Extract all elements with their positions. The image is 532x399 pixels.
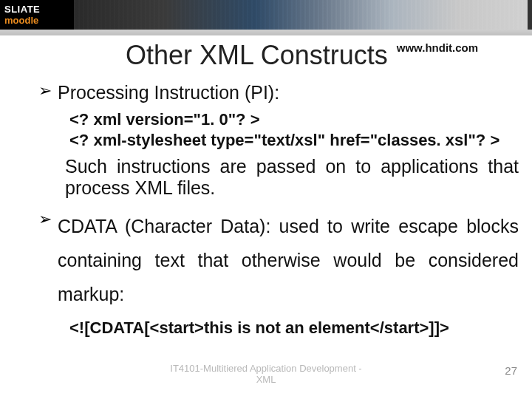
pi-code-line1: <? xml version="1. 0"? > (69, 109, 519, 130)
title-row: Other XML Constructs www.hndit.com (0, 35, 532, 75)
slide-title: Other XML Constructs (0, 40, 388, 71)
pi-description: Such instructions are passed on to appli… (65, 156, 519, 199)
content: ➢ Processing Instruction (PI): <? xml ve… (38, 81, 519, 338)
bullet-arrow-icon: ➢ (38, 81, 52, 100)
logo-line1: SLIATE (4, 4, 74, 14)
banner-rule (0, 30, 532, 35)
banner-strip (74, 0, 528, 30)
banner: SLIATE moodle (0, 0, 532, 30)
cdata-example: <![CDATA[<start>this is not an element</… (69, 318, 519, 338)
pi-code-line2: <? xml-stylesheet type="text/xsl" href="… (69, 130, 519, 151)
page-number: 27 (505, 364, 517, 377)
footer-course: IT4101-Multitiered Application Developme… (163, 363, 369, 386)
bullet-cdata: ➢ CDATA (Character Data): used to write … (38, 209, 519, 312)
banner-logo: SLIATE moodle (0, 0, 74, 30)
pi-code-block: <? xml version="1. 0"? > <? xml-styleshe… (69, 109, 519, 150)
banner-end (528, 0, 532, 30)
bullet-arrow-icon: ➢ (38, 209, 52, 230)
bullet-cdata-text: CDATA (Character Data): used to write es… (58, 209, 519, 312)
bullet-pi: ➢ Processing Instruction (PI): (38, 81, 519, 103)
site-url: www.hndit.com (388, 35, 478, 54)
logo-line2: moodle (4, 16, 74, 25)
bullet-pi-text: Processing Instruction (PI): (58, 81, 279, 103)
slide: SLIATE moodle Other XML Constructs www.h… (0, 0, 532, 399)
